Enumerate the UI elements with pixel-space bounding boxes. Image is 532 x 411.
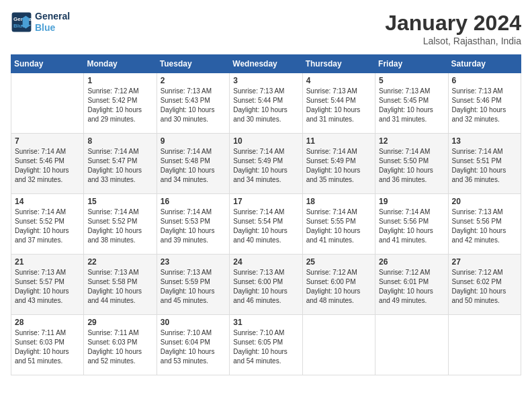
calendar-cell <box>448 315 521 375</box>
cell-info: Sunrise: 7:12 AMSunset: 5:42 PMDaylight:… <box>87 87 152 124</box>
day-number: 18 <box>306 197 371 206</box>
calendar-cell: 21Sunrise: 7:13 AMSunset: 5:57 PMDayligh… <box>11 255 84 315</box>
calendar-cell: 25Sunrise: 7:12 AMSunset: 6:00 PMDayligh… <box>302 255 375 315</box>
title-area: January 2024 Lalsot, Rajasthan, India <box>385 11 521 46</box>
calendar-cell: 10Sunrise: 7:14 AMSunset: 5:49 PMDayligh… <box>230 134 302 194</box>
calendar-header-row: SundayMondayTuesdayWednesdayThursdayFrid… <box>11 55 521 73</box>
cell-info: Sunrise: 7:14 AMSunset: 5:48 PMDaylight:… <box>161 147 226 185</box>
cell-info: Sunrise: 7:14 AMSunset: 5:52 PMDaylight:… <box>15 208 80 245</box>
cell-info: Sunrise: 7:14 AMSunset: 5:49 PMDaylight:… <box>233 147 298 185</box>
logo: General Blue General Blue <box>11 11 70 34</box>
logo-icon: General Blue <box>11 11 32 33</box>
month-title: January 2024 <box>385 11 521 36</box>
day-header-wednesday: Wednesday <box>230 55 302 73</box>
cell-info: Sunrise: 7:13 AMSunset: 5:57 PMDaylight:… <box>15 268 80 306</box>
calendar-cell: 24Sunrise: 7:13 AMSunset: 6:00 PMDayligh… <box>230 255 302 315</box>
cell-info: Sunrise: 7:13 AMSunset: 6:00 PMDaylight:… <box>233 268 298 306</box>
day-number: 13 <box>452 136 517 146</box>
day-number: 10 <box>233 136 298 146</box>
day-number: 20 <box>452 197 517 206</box>
calendar-cell: 12Sunrise: 7:14 AMSunset: 5:50 PMDayligh… <box>375 134 448 194</box>
cell-info: Sunrise: 7:13 AMSunset: 5:59 PMDaylight:… <box>161 268 226 306</box>
calendar-cell: 29Sunrise: 7:11 AMSunset: 6:03 PMDayligh… <box>84 315 157 375</box>
calendar-cell: 5Sunrise: 7:13 AMSunset: 5:45 PMDaylight… <box>375 73 448 134</box>
day-number: 11 <box>306 136 371 146</box>
day-header-friday: Friday <box>375 55 448 73</box>
cell-info: Sunrise: 7:14 AMSunset: 5:55 PMDaylight:… <box>306 208 371 245</box>
day-number: 28 <box>15 318 80 327</box>
cell-info: Sunrise: 7:13 AMSunset: 5:43 PMDaylight:… <box>161 87 226 124</box>
day-number: 31 <box>233 318 298 327</box>
cell-info: Sunrise: 7:11 AMSunset: 6:03 PMDaylight:… <box>15 328 80 366</box>
cell-info: Sunrise: 7:13 AMSunset: 5:44 PMDaylight:… <box>233 87 298 124</box>
day-number: 9 <box>161 136 226 146</box>
day-header-thursday: Thursday <box>302 55 375 73</box>
cell-info: Sunrise: 7:10 AMSunset: 6:05 PMDaylight:… <box>233 328 298 366</box>
cell-info: Sunrise: 7:13 AMSunset: 5:44 PMDaylight:… <box>306 87 371 124</box>
calendar-cell: 22Sunrise: 7:13 AMSunset: 5:58 PMDayligh… <box>84 255 157 315</box>
calendar-cell: 31Sunrise: 7:10 AMSunset: 6:05 PMDayligh… <box>230 315 302 375</box>
week-row-1: 1Sunrise: 7:12 AMSunset: 5:42 PMDaylight… <box>11 73 521 134</box>
cell-info: Sunrise: 7:14 AMSunset: 5:51 PMDaylight:… <box>452 147 517 185</box>
calendar-cell: 6Sunrise: 7:13 AMSunset: 5:46 PMDaylight… <box>448 73 521 134</box>
calendar-cell: 8Sunrise: 7:14 AMSunset: 5:47 PMDaylight… <box>84 134 157 194</box>
calendar-cell: 18Sunrise: 7:14 AMSunset: 5:55 PMDayligh… <box>302 194 375 255</box>
day-number: 25 <box>306 257 371 267</box>
day-number: 19 <box>379 197 444 206</box>
calendar-cell: 3Sunrise: 7:13 AMSunset: 5:44 PMDaylight… <box>230 73 302 134</box>
cell-info: Sunrise: 7:14 AMSunset: 5:46 PMDaylight:… <box>15 147 80 185</box>
location-subtitle: Lalsot, Rajasthan, India <box>385 36 521 46</box>
calendar-cell: 27Sunrise: 7:12 AMSunset: 6:02 PMDayligh… <box>448 255 521 315</box>
calendar-cell: 2Sunrise: 7:13 AMSunset: 5:43 PMDaylight… <box>157 73 229 134</box>
day-number: 29 <box>87 318 152 327</box>
day-number: 4 <box>306 76 371 85</box>
day-number: 1 <box>87 76 152 85</box>
day-header-tuesday: Tuesday <box>157 55 229 73</box>
cell-info: Sunrise: 7:13 AMSunset: 5:46 PMDaylight:… <box>452 87 517 124</box>
cell-info: Sunrise: 7:14 AMSunset: 5:56 PMDaylight:… <box>379 208 444 245</box>
cell-info: Sunrise: 7:13 AMSunset: 5:58 PMDaylight:… <box>87 268 152 306</box>
day-number: 5 <box>379 76 444 85</box>
calendar-cell: 17Sunrise: 7:14 AMSunset: 5:54 PMDayligh… <box>230 194 302 255</box>
cell-info: Sunrise: 7:13 AMSunset: 5:45 PMDaylight:… <box>379 87 444 124</box>
day-number: 15 <box>87 197 152 206</box>
calendar-cell: 9Sunrise: 7:14 AMSunset: 5:48 PMDaylight… <box>157 134 229 194</box>
day-number: 3 <box>233 76 298 85</box>
calendar-cell: 23Sunrise: 7:13 AMSunset: 5:59 PMDayligh… <box>157 255 229 315</box>
calendar-cell: 26Sunrise: 7:12 AMSunset: 6:01 PMDayligh… <box>375 255 448 315</box>
week-row-3: 14Sunrise: 7:14 AMSunset: 5:52 PMDayligh… <box>11 194 521 255</box>
day-number: 24 <box>233 257 298 267</box>
week-row-5: 28Sunrise: 7:11 AMSunset: 6:03 PMDayligh… <box>11 315 521 375</box>
day-number: 23 <box>161 257 226 267</box>
day-number: 14 <box>15 197 80 206</box>
calendar-cell: 7Sunrise: 7:14 AMSunset: 5:46 PMDaylight… <box>11 134 84 194</box>
calendar-cell <box>11 73 84 134</box>
day-number: 8 <box>87 136 152 146</box>
page-header: General Blue General Blue January 2024 L… <box>11 11 521 46</box>
calendar-cell <box>375 315 448 375</box>
cell-info: Sunrise: 7:14 AMSunset: 5:49 PMDaylight:… <box>306 147 371 185</box>
day-number: 7 <box>15 136 80 146</box>
cell-info: Sunrise: 7:10 AMSunset: 6:04 PMDaylight:… <box>161 328 226 366</box>
day-number: 26 <box>379 257 444 267</box>
cell-info: Sunrise: 7:14 AMSunset: 5:53 PMDaylight:… <box>161 208 226 245</box>
calendar-cell: 14Sunrise: 7:14 AMSunset: 5:52 PMDayligh… <box>11 194 84 255</box>
day-number: 17 <box>233 197 298 206</box>
cell-info: Sunrise: 7:12 AMSunset: 6:00 PMDaylight:… <box>306 268 371 306</box>
day-header-saturday: Saturday <box>448 55 521 73</box>
day-number: 2 <box>161 76 226 85</box>
cell-info: Sunrise: 7:14 AMSunset: 5:50 PMDaylight:… <box>379 147 444 185</box>
cell-info: Sunrise: 7:14 AMSunset: 5:47 PMDaylight:… <box>87 147 152 185</box>
logo-text: General Blue <box>35 11 70 34</box>
calendar-cell: 15Sunrise: 7:14 AMSunset: 5:52 PMDayligh… <box>84 194 157 255</box>
calendar-cell: 13Sunrise: 7:14 AMSunset: 5:51 PMDayligh… <box>448 134 521 194</box>
cell-info: Sunrise: 7:12 AMSunset: 6:02 PMDaylight:… <box>452 268 517 306</box>
calendar-cell: 30Sunrise: 7:10 AMSunset: 6:04 PMDayligh… <box>157 315 229 375</box>
cell-info: Sunrise: 7:12 AMSunset: 6:01 PMDaylight:… <box>379 268 444 306</box>
cell-info: Sunrise: 7:11 AMSunset: 6:03 PMDaylight:… <box>87 328 152 366</box>
calendar-cell <box>302 315 375 375</box>
day-number: 12 <box>379 136 444 146</box>
day-header-sunday: Sunday <box>11 55 84 73</box>
calendar-cell: 1Sunrise: 7:12 AMSunset: 5:42 PMDaylight… <box>84 73 157 134</box>
day-header-monday: Monday <box>84 55 157 73</box>
